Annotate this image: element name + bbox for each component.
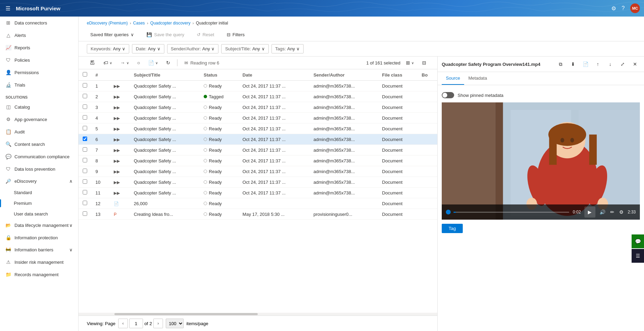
sidebar-item-insider-risk[interactable]: ⚠ Insider risk management [0, 256, 78, 268]
col-status[interactable]: Status [200, 69, 238, 81]
table-row[interactable]: 2 ▶▶ Quadcopter Safety ... Tagged Oct 24… [79, 91, 437, 102]
play-button[interactable]: ▶ [584, 207, 595, 218]
sidebar-item-premium[interactable]: Premium [0, 198, 78, 209]
move-button[interactable]: → ∨ [117, 59, 132, 67]
sidebar-item-reports[interactable]: 📈 Reports [0, 41, 78, 54]
sidebar-item-alerts[interactable]: △ Alerts [0, 29, 78, 41]
next-page-button[interactable]: › [153, 319, 163, 328]
sidebar-item-user-data-search[interactable]: User data search [0, 209, 78, 219]
video-settings-button[interactable]: ⚙ [619, 209, 624, 215]
date-filter[interactable]: Date: Any ∨ [132, 44, 164, 53]
row-checkbox[interactable] [83, 137, 87, 141]
table-scroll[interactable]: # Subject/Title Status Date Sender/Autho… [79, 69, 437, 313]
filters-button[interactable]: ⊟ Filters [223, 30, 248, 39]
table-row[interactable]: 1 ▶▶ Quadcopter Safety ... Ready Oct 24,… [79, 81, 437, 91]
horizontal-scrollbar[interactable] [79, 313, 437, 315]
col-date[interactable]: Date [238, 69, 309, 81]
sidebar-item-app-governance[interactable]: ⚙ App governance [0, 113, 78, 126]
col-bo[interactable]: Bo [418, 69, 437, 81]
sidebar-item-content-search[interactable]: 🔍 Content search [0, 138, 78, 150]
subject-filter[interactable]: Subject/Title: Any ∨ [221, 44, 268, 53]
sidebar-item-info-barriers[interactable]: 🚧 Information barriers ∨ [0, 244, 78, 256]
reset-button[interactable]: ↺ Reset [193, 30, 218, 39]
tab-source[interactable]: Source [442, 72, 464, 85]
mark-button[interactable]: ○ [134, 59, 143, 67]
row-checkbox[interactable] [83, 190, 87, 194]
col-sender-author[interactable]: Sender/Author [309, 69, 378, 81]
saved-filter-queries-button[interactable]: Saved filter queries ∨ [87, 30, 137, 39]
progress-bar[interactable] [453, 212, 569, 213]
sidebar-item-info-protection[interactable]: 🔒 Information protection [0, 231, 78, 244]
table-row[interactable]: 11 ▶▶ Quadcopter Safety ... Ready Oct 24… [79, 188, 437, 198]
row-checkbox[interactable] [83, 211, 87, 216]
breadcrumb-cases[interactable]: Cases [133, 21, 145, 26]
col-file-class[interactable]: File class [378, 69, 418, 81]
sidebar-item-permissions[interactable]: 👤 Permissions [0, 66, 78, 79]
table-row[interactable]: 12 📄 26,000 Ready Document [79, 198, 437, 209]
view-toggle-button[interactable]: ⊞ ∨ [403, 59, 417, 67]
sidebar-item-data-loss[interactable]: 🛡 Data loss prevention [0, 163, 78, 175]
table-row[interactable]: 8 ▶▶ Quadcopter Safety ... Ready Oct 24,… [79, 156, 437, 166]
row-checkbox[interactable] [83, 179, 87, 184]
tag-button[interactable]: 🏷 ∨ [101, 59, 115, 67]
breadcrumb-ediscovery[interactable]: eDiscovery (Premium) [87, 21, 128, 26]
row-checkbox[interactable] [83, 94, 87, 98]
sidebar-item-standard[interactable]: Standard [0, 187, 78, 198]
table-row[interactable]: 13 P Creating Ideas fro... Ready May 17,… [79, 209, 437, 220]
help-icon[interactable]: ? [622, 5, 625, 11]
sidebar-item-catalog[interactable]: ◫ Catalog [0, 101, 78, 113]
save-query-button[interactable]: 💾 Save the query [143, 30, 187, 39]
table-row[interactable]: 6 ▶▶ Quadcopter Safety ... Ready Oct 24,… [79, 134, 437, 145]
row-checkbox[interactable] [83, 147, 87, 152]
sidebar-item-data-lifecycle[interactable]: 📂 Data lifecycle management ∨ [0, 219, 78, 231]
col-subject-title[interactable]: Subject/Title [130, 69, 200, 81]
columns-button[interactable]: ⊟ [419, 59, 429, 67]
expand-panel-button[interactable]: ⤢ [618, 59, 627, 69]
row-checkbox[interactable] [83, 158, 87, 162]
sidebar-item-audit[interactable]: 📋 Audit [0, 126, 78, 138]
table-row[interactable]: 3 ▶▶ Quadcopter Safety ... Ready Oct 24,… [79, 102, 437, 113]
table-row[interactable]: 4 ▶▶ Quadcopter Safety ... Ready Oct 24,… [79, 113, 437, 123]
breadcrumb-quadcopter-discovery[interactable]: Quadcopter discovery [150, 21, 191, 26]
file-action-button[interactable]: 📄 ∨ [145, 59, 161, 67]
table-row[interactable]: 10 ▶▶ Quadcopter Safety ... Ready Oct 24… [79, 177, 437, 188]
comment-button[interactable]: ☰ [632, 249, 644, 263]
row-checkbox[interactable] [83, 201, 87, 205]
row-checkbox[interactable] [83, 126, 87, 130]
table-row[interactable]: 9 ▶▶ Quadcopter Safety ... Ready Oct 24,… [79, 166, 437, 177]
close-panel-button[interactable]: ✕ [630, 59, 640, 69]
chat-bubble-button[interactable]: 💬 [632, 234, 644, 248]
sidebar-item-ediscovery[interactable]: 🔎 eDiscovery ∧ [0, 175, 78, 187]
sidebar-item-policies[interactable]: 🛡 Policies [0, 54, 78, 66]
row-checkbox[interactable] [83, 83, 87, 88]
select-all-checkbox[interactable] [83, 72, 87, 77]
user-avatar[interactable]: MC [630, 3, 640, 13]
navigate-up-button[interactable]: ↑ [593, 59, 603, 69]
table-row[interactable]: 7 ▶▶ Quadcopter Safety ... Ready Oct 24,… [79, 145, 437, 156]
document-view-button[interactable]: 📄 [581, 59, 590, 69]
sidebar-item-records[interactable]: 📁 Records management [0, 268, 78, 281]
sidebar-item-trials[interactable]: 🔬 Trials [0, 79, 78, 91]
table-row[interactable]: 5 ▶▶ Quadcopter Safety ... Ready Oct 24,… [79, 123, 437, 134]
tab-metadata[interactable]: Metadata [464, 72, 491, 85]
navigate-down-button[interactable]: ↓ [605, 59, 615, 69]
sidebar-item-comm-compliance[interactable]: 💬 Communication compliance [0, 150, 78, 163]
pencil-button[interactable]: ✏ [610, 209, 615, 215]
pinned-metadata-toggle[interactable] [442, 92, 454, 98]
download-panel-button[interactable]: ⬇ [568, 59, 578, 69]
settings-icon[interactable]: ⚙ [611, 5, 616, 12]
open-in-new-button[interactable]: ⧉ [556, 59, 565, 69]
keywords-filter[interactable]: Keywords: Any ∨ [87, 44, 129, 53]
row-checkbox[interactable] [83, 104, 87, 109]
volume-button[interactable]: 🔊 [599, 209, 606, 215]
sender-filter[interactable]: Sender/Author: Any ∨ [167, 44, 219, 53]
prev-page-button[interactable]: ‹ [118, 319, 128, 328]
sidebar-item-data-connectors[interactable]: ⊞ Data connectors [0, 17, 78, 29]
row-checkbox[interactable] [83, 115, 87, 120]
items-per-page-select[interactable]: 100 50 25 [166, 319, 184, 328]
hamburger-menu[interactable]: ☰ [4, 4, 12, 13]
tags-filter[interactable]: Tags: Any ∨ [272, 44, 304, 53]
tag-document-button[interactable]: Tag [442, 224, 463, 233]
row-checkbox[interactable] [83, 169, 87, 173]
refresh-button[interactable]: ↻ [163, 59, 173, 67]
